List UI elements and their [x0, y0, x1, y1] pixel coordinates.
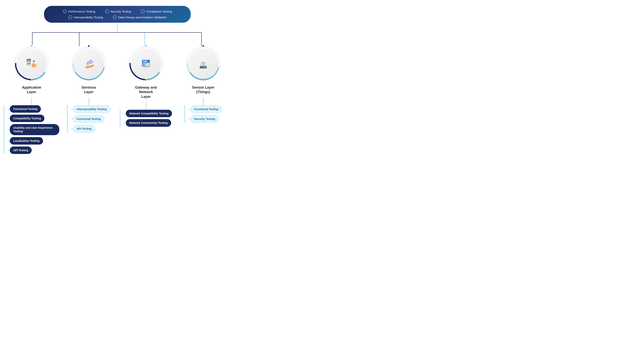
svg-rect-26 [90, 60, 91, 61]
svg-rect-40 [142, 63, 144, 64]
banner-item-security: ✓ Security Testing [105, 10, 131, 13]
svg-rect-16 [27, 63, 28, 64]
svg-rect-17 [29, 63, 30, 64]
layer-label-services: ServicesLayer [82, 85, 96, 94]
svg-rect-43 [142, 65, 145, 66]
column-sensor: Sensor Layer(Things) Functional Testing … [176, 46, 231, 123]
svg-point-47 [203, 65, 204, 66]
tag-netcompat-gateway: Network Compatibility Testing [126, 110, 172, 117]
tag-functional-sensor: Functional Testing [190, 105, 222, 113]
banner-item-compliance: ✓ Compliance Testing [141, 10, 172, 13]
top-banner: ✓ Performance Testing ✓ Security Testing… [44, 6, 191, 23]
circle-gateway: $PAY [128, 46, 164, 82]
vert-line-services [88, 98, 89, 105]
svg-rect-28 [92, 61, 93, 62]
svg-rect-21 [33, 60, 34, 62]
circle-application [14, 46, 49, 82]
tag-functional-app: Functional Testing [10, 105, 41, 113]
banner-connectors-svg [4, 25, 231, 48]
check-icon: ✓ [63, 10, 67, 13]
tag-api-services: API Testing [73, 125, 95, 133]
column-gateway: $PAY Gateway andNetworkLayer Network Com… [118, 46, 174, 127]
circle-sensor [186, 46, 221, 82]
circle-services [71, 46, 106, 82]
banner-row-2: ✓ Interoperability Testing ✓ Data Privac… [68, 15, 166, 19]
banner-item-interoperability: ✓ Interoperability Testing [68, 15, 103, 19]
connector-dot-application [30, 44, 33, 47]
banner-item-performance: ✓ Performance Testing [63, 10, 95, 13]
tag-compatibility-app: Compatibility Testing [10, 115, 44, 122]
connector-dot-services [88, 44, 90, 47]
check-icon: ✓ [141, 10, 145, 13]
svg-line-54 [205, 65, 206, 66]
svg-rect-14 [29, 60, 30, 61]
banner-row-1: ✓ Performance Testing ✓ Security Testing… [63, 10, 172, 13]
svg-rect-44 [146, 65, 148, 66]
svg-line-53 [201, 65, 201, 66]
circle-inner-sensor [188, 48, 218, 79]
check-icon: ✓ [105, 10, 109, 13]
vert-line-sensor [203, 98, 204, 105]
services-layer-icon [83, 58, 95, 70]
svg-point-30 [86, 62, 89, 65]
svg-rect-42 [147, 63, 148, 64]
page-container: ✓ Performance Testing ✓ Security Testing… [0, 0, 235, 162]
connector-dot-sensor [202, 44, 204, 47]
tag-security-sensor: Security Testing [190, 115, 219, 123]
svg-point-52 [204, 67, 205, 68]
svg-rect-45 [144, 67, 148, 68]
sensor-layer-icon [198, 58, 209, 70]
svg-text:$PAY: $PAY [143, 61, 146, 62]
column-application: Application Layer Functional Testing Com… [4, 46, 59, 154]
layer-label-gateway: Gateway andNetworkLayer [135, 85, 157, 99]
circle-inner-app [16, 48, 47, 79]
tag-localization-app: Localization Testing [10, 137, 43, 144]
layer-label-sensor: Sensor Layer(Things) [192, 85, 214, 94]
svg-rect-32 [87, 62, 88, 62]
vert-line-gateway [146, 102, 146, 110]
svg-rect-11 [26, 59, 31, 60]
svg-rect-18 [27, 65, 28, 65]
svg-rect-22 [34, 61, 35, 62]
connector-dot-gateway [144, 44, 147, 47]
tag-netconn-gateway: Network Connectivity Testing [126, 119, 171, 126]
tags-app: Functional Testing Compatibility Testing… [4, 105, 59, 154]
svg-rect-50 [202, 66, 202, 68]
tags-sensor: Functional Testing Security Testing [184, 105, 222, 123]
svg-point-51 [205, 67, 206, 68]
layer-label-application: Application Layer [22, 85, 41, 94]
columns-area: Application Layer Functional Testing Com… [4, 46, 231, 154]
svg-rect-19 [29, 65, 30, 65]
circle-inner-gateway: $PAY [131, 48, 161, 79]
app-layer-icon [26, 58, 37, 70]
vert-line-app [31, 98, 32, 105]
tag-functional-services: Functional Testing [73, 115, 104, 123]
banner-item-dataprivacy: ✓ Data Privacy and Analytics Validation [113, 15, 167, 19]
svg-rect-49 [200, 66, 201, 68]
tags-services: Interoperability Testing Functional Test… [67, 105, 110, 133]
check-icon: ✓ [113, 15, 117, 19]
tag-usability-app: Usability and User Experience Testing [10, 124, 59, 135]
svg-rect-13 [28, 60, 29, 61]
svg-rect-41 [145, 63, 147, 64]
gateway-layer-icon: $PAY [140, 58, 152, 70]
tags-gateway: Network Compatibility Testing Network Co… [120, 110, 172, 126]
svg-rect-27 [90, 63, 91, 64]
svg-rect-33 [87, 64, 88, 65]
check-icon: ✓ [68, 15, 72, 19]
svg-rect-12 [27, 60, 28, 61]
tag-api-app: API Testing [10, 146, 32, 154]
tag-interop-services: Interoperability Testing [73, 105, 110, 113]
circle-inner-services [74, 48, 104, 79]
column-services: ServicesLayer Interoperability Testing F… [61, 46, 116, 133]
